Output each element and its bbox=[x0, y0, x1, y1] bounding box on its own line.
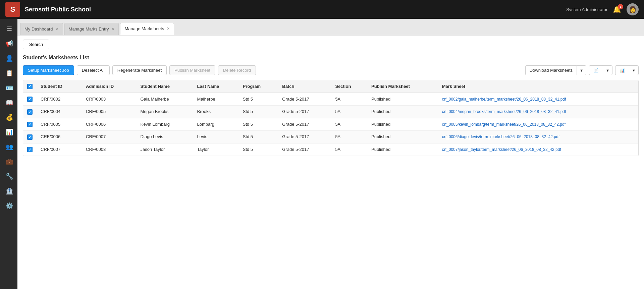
toolbar: Setup Marksheet Job Deselect All Regener… bbox=[23, 65, 639, 75]
pdf-export-button[interactable]: 📄 bbox=[589, 65, 603, 75]
cell-mark-sheet[interactable]: crf_0002/gala_malherbe/term_marksheet/26… bbox=[438, 93, 638, 106]
sidebar-item-finance[interactable]: 💰 bbox=[0, 110, 17, 125]
sidebar-item-id-card[interactable]: 🪪 bbox=[0, 80, 17, 95]
cell-section: 5A bbox=[331, 143, 367, 156]
row-checkbox-cell[interactable] bbox=[23, 131, 37, 143]
select-all-checkbox[interactable] bbox=[27, 84, 33, 89]
tab-manage-marksheets[interactable]: Manage Marksheets ✕ bbox=[120, 23, 174, 35]
content-area: My Dashboard ✕ Manage Marks Entry ✕ Mana… bbox=[17, 19, 644, 289]
delete-record-button[interactable]: Delete Record bbox=[218, 65, 256, 75]
col-mark-sheet: Mark Sheet bbox=[438, 80, 638, 93]
table: Student ID Admission ID Student Name Las… bbox=[23, 80, 638, 156]
excel-export-dropdown[interactable]: ▼ bbox=[629, 65, 639, 75]
cell-last-name: Taylor bbox=[193, 143, 239, 156]
sidebar-item-users[interactable]: 👤 bbox=[0, 51, 17, 66]
cell-mark-sheet[interactable]: crf_0005/kevin_lombarg/term_marksheet/26… bbox=[438, 118, 638, 131]
cell-program: Std 5 bbox=[239, 93, 278, 106]
publish-marksheet-button[interactable]: Publish Marksheet bbox=[169, 65, 215, 75]
excel-export-group: 📊 ▼ bbox=[615, 65, 639, 75]
cell-mark-sheet[interactable]: crf_0006/diago_levis/term_marksheet/26_0… bbox=[438, 131, 638, 143]
cell-program: Std 5 bbox=[239, 118, 278, 131]
cell-publish-marksheet: Published bbox=[367, 143, 438, 156]
cell-program: Std 5 bbox=[239, 143, 278, 156]
sidebar-item-announcements[interactable]: 📢 bbox=[0, 36, 17, 51]
cell-student-name: Jason Taylor bbox=[136, 143, 193, 156]
row-checkbox[interactable] bbox=[27, 109, 33, 115]
sidebar-item-tools[interactable]: 🔧 bbox=[0, 169, 17, 184]
sidebar-item-book[interactable]: 📖 bbox=[0, 95, 17, 110]
notification-badge: 1 bbox=[618, 4, 623, 9]
cell-admission-id: CRF/0007 bbox=[82, 131, 136, 143]
tab-my-dashboard[interactable]: My Dashboard ✕ bbox=[20, 23, 63, 35]
setup-marksheet-job-button[interactable]: Setup Marksheet Job bbox=[23, 65, 74, 75]
tab-manage-marksheets-label: Manage Marksheets bbox=[124, 26, 164, 31]
tab-manage-marks-entry-close[interactable]: ✕ bbox=[111, 27, 114, 31]
cell-batch: Grade 5-2017 bbox=[278, 106, 331, 118]
marksheet-link[interactable]: crf_0004/megan_brooks/term_marksheet/26_… bbox=[442, 109, 566, 114]
regenerate-marksheet-button[interactable]: Regenerate Marksheet bbox=[112, 65, 167, 75]
select-all-header[interactable] bbox=[23, 80, 37, 93]
col-batch: Batch bbox=[278, 80, 331, 93]
cell-last-name: Lombarg bbox=[193, 118, 239, 131]
search-button[interactable]: Search bbox=[23, 40, 49, 49]
col-admission-id: Admission ID bbox=[82, 80, 136, 93]
cell-student-name: Gala Malherbe bbox=[136, 93, 193, 106]
marksheet-link[interactable]: crf_0005/kevin_lombarg/term_marksheet/26… bbox=[442, 122, 566, 127]
sidebar-item-bank[interactable]: 🏦 bbox=[0, 184, 17, 198]
col-program: Program bbox=[239, 80, 278, 93]
tab-manage-marksheets-close[interactable]: ✕ bbox=[167, 26, 170, 31]
cell-section: 5A bbox=[331, 106, 367, 118]
page-body: Search Student's Marksheets List Setup M… bbox=[17, 36, 644, 289]
tab-my-dashboard-close[interactable]: ✕ bbox=[56, 27, 59, 31]
cell-student-id: CRF/0006 bbox=[37, 131, 82, 143]
cell-admission-id: CRF/0006 bbox=[82, 118, 136, 131]
row-checkbox-cell[interactable] bbox=[23, 118, 37, 131]
sidebar-item-briefcase[interactable]: 💼 bbox=[0, 154, 17, 169]
cell-student-name: Kevin Lombarg bbox=[136, 118, 193, 131]
notification-bell[interactable]: 🔔 1 bbox=[613, 5, 621, 13]
col-student-id: Student ID bbox=[37, 80, 82, 93]
sidebar-item-settings[interactable]: ⚙️ bbox=[0, 198, 17, 213]
download-marksheets-group: Download Marksheets ▼ bbox=[525, 65, 587, 75]
row-checkbox[interactable] bbox=[27, 97, 33, 102]
cell-publish-marksheet: Published bbox=[367, 93, 438, 106]
main-layout: ☰ 📢 👤 📋 🪪 📖 💰 📊 👥 💼 🔧 🏦 ⚙️ My Dashboard … bbox=[0, 19, 644, 289]
download-marksheets-dropdown[interactable]: ▼ bbox=[577, 65, 586, 75]
sidebar-item-menu[interactable]: ☰ bbox=[0, 21, 17, 36]
marksheet-link[interactable]: crf_0007/jason_taylor/term_marksheet/26_… bbox=[442, 147, 561, 152]
username: System Administrator bbox=[566, 7, 607, 12]
row-checkbox[interactable] bbox=[27, 122, 33, 127]
row-checkbox-cell[interactable] bbox=[23, 143, 37, 156]
download-marksheets-button[interactable]: Download Marksheets bbox=[525, 65, 577, 75]
tabs-bar: My Dashboard ✕ Manage Marks Entry ✕ Mana… bbox=[17, 19, 644, 36]
table-row: CRF/0006 CRF/0007 Diago Levis Levis Std … bbox=[23, 131, 638, 143]
sidebar-item-reports[interactable]: 📊 bbox=[0, 125, 17, 139]
tab-manage-marks-entry[interactable]: Manage Marks Entry ✕ bbox=[64, 23, 119, 35]
marksheet-link[interactable]: crf_0006/diago_levis/term_marksheet/26_0… bbox=[442, 134, 559, 139]
avatar[interactable]: 👩 bbox=[627, 3, 639, 15]
cell-program: Std 5 bbox=[239, 131, 278, 143]
cell-mark-sheet[interactable]: crf_0004/megan_brooks/term_marksheet/26_… bbox=[438, 106, 638, 118]
topbar: S Serosoft Public School System Administ… bbox=[0, 0, 644, 19]
cell-program: Std 5 bbox=[239, 106, 278, 118]
sidebar-item-list[interactable]: 📋 bbox=[0, 66, 17, 80]
cell-student-name: Megan Brooks bbox=[136, 106, 193, 118]
table-row: CRF/0007 CRF/0008 Jason Taylor Taylor St… bbox=[23, 143, 638, 156]
sidebar-item-groups[interactable]: 👥 bbox=[0, 139, 17, 154]
row-checkbox[interactable] bbox=[27, 134, 33, 140]
cell-mark-sheet[interactable]: crf_0007/jason_taylor/term_marksheet/26_… bbox=[438, 143, 638, 156]
cell-batch: Grade 5-2017 bbox=[278, 118, 331, 131]
cell-student-id: CRF/0004 bbox=[37, 106, 82, 118]
deselect-all-button[interactable]: Deselect All bbox=[77, 65, 110, 75]
row-checkbox-cell[interactable] bbox=[23, 93, 37, 106]
cell-batch: Grade 5-2017 bbox=[278, 143, 331, 156]
tab-my-dashboard-label: My Dashboard bbox=[24, 26, 53, 32]
col-student-name: Student Name bbox=[136, 80, 193, 93]
marksheet-link[interactable]: crf_0002/gala_malherbe/term_marksheet/26… bbox=[442, 97, 566, 102]
app-name: Serosoft Public School bbox=[25, 6, 566, 13]
excel-export-button[interactable]: 📊 bbox=[615, 65, 629, 75]
row-checkbox[interactable] bbox=[27, 147, 33, 152]
row-checkbox-cell[interactable] bbox=[23, 106, 37, 118]
pdf-export-dropdown[interactable]: ▼ bbox=[603, 65, 612, 75]
col-section: Section bbox=[331, 80, 367, 93]
